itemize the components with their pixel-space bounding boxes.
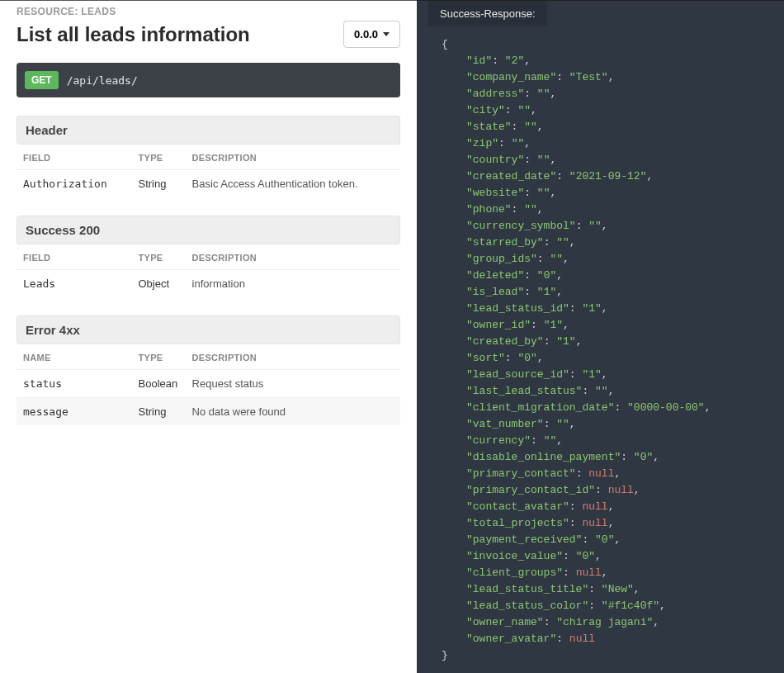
cell-type: String [132, 398, 186, 426]
section-header-error: Error 4xx [17, 315, 400, 344]
error-table: NAME TYPE DESCRIPTION status Boolean Req… [17, 344, 400, 425]
cell-desc: Request status [186, 370, 400, 398]
version-label: 0.0.0 [354, 28, 378, 40]
cell-type: Boolean [132, 370, 186, 398]
table-row: Authorization String Basic Access Authen… [17, 170, 400, 198]
cell-desc: information [186, 270, 400, 298]
section-header-header: Header [17, 116, 400, 145]
cell-field: Leads [17, 270, 132, 298]
cell-desc: No data were found [186, 398, 400, 426]
col-header-field: FIELD [17, 145, 132, 170]
col-header-desc: DESCRIPTION [186, 145, 400, 170]
version-dropdown[interactable]: 0.0.0 [343, 21, 400, 48]
http-method-badge: GET [25, 71, 59, 89]
col-header-desc: DESCRIPTION [186, 344, 400, 370]
cell-field: message [17, 398, 132, 426]
table-row: status Boolean Request status [17, 370, 400, 398]
response-code-block: {"id": "2","company_name": "Test","addre… [417, 26, 784, 673]
cell-type: Object [132, 270, 186, 298]
table-row: message String No data were found [17, 398, 400, 426]
col-header-name: NAME [17, 344, 132, 370]
cell-type: String [132, 170, 186, 198]
title-row: List all leads information 0.0.0 [17, 21, 400, 48]
col-header-field: FIELD [17, 244, 132, 270]
page-title: List all leads information [17, 23, 250, 46]
chevron-down-icon [383, 32, 390, 36]
response-panel: Success-Response: {"id": "2","company_na… [417, 0, 784, 673]
col-header-desc: DESCRIPTION [186, 244, 400, 270]
cell-field: Authorization [17, 170, 132, 198]
resource-label: RESOURCE: LEADS [17, 6, 400, 17]
table-row: Leads Object information [17, 270, 400, 298]
col-header-type: TYPE [132, 344, 186, 370]
cell-desc: Basic Access Authentication token. [186, 170, 400, 198]
header-table: FIELD TYPE DESCRIPTION Authorization Str… [17, 145, 400, 197]
col-header-type: TYPE [132, 145, 186, 170]
endpoint-path: /api/leads/ [67, 74, 138, 87]
doc-left-panel: RESOURCE: LEADS List all leads informati… [0, 0, 417, 673]
endpoint-bar: GET /api/leads/ [17, 63, 400, 97]
response-tab[interactable]: Success-Response: [428, 1, 547, 26]
section-header-success: Success 200 [17, 216, 400, 244]
success-table: FIELD TYPE DESCRIPTION Leads Object info… [17, 244, 400, 297]
col-header-type: TYPE [132, 244, 186, 270]
cell-field: status [17, 370, 132, 398]
